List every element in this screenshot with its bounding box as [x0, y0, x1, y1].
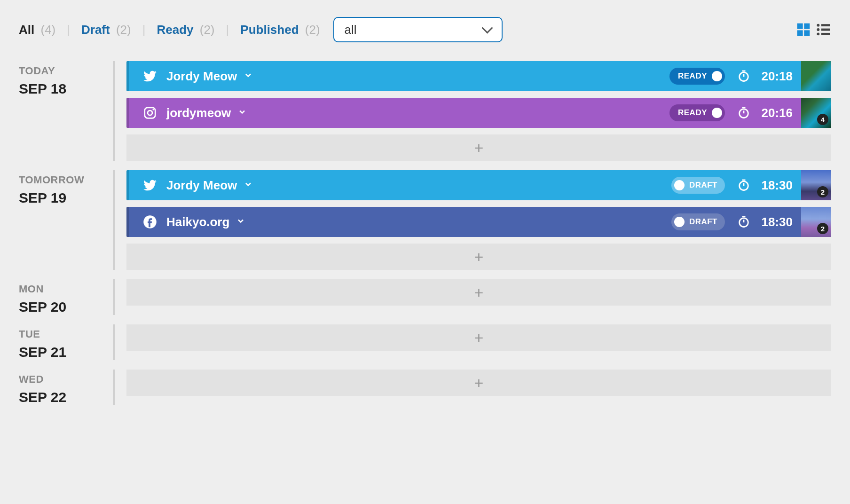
plus-icon: + [474, 330, 484, 346]
svg-rect-7 [821, 24, 830, 26]
filter-tab-label: Published [240, 23, 299, 37]
post-row[interactable]: Jordy MeowREADY20:18 [126, 61, 831, 91]
post-thumbnail[interactable] [801, 61, 831, 91]
post-row[interactable]: Jordy MeowDRAFT18:302 [126, 170, 831, 200]
filter-tab-ready[interactable]: Ready (2) [157, 23, 214, 37]
schedule-time-icon [737, 179, 750, 192]
plus-icon: + [474, 375, 484, 391]
day-divider [113, 170, 115, 270]
grid-icon [796, 22, 811, 37]
status-toggle[interactable]: READY [669, 68, 725, 85]
svg-point-23 [740, 218, 748, 227]
day-relative-label: WED [19, 373, 113, 386]
timer-icon [737, 215, 750, 228]
timer-icon [737, 179, 750, 192]
filter-tab-all[interactable]: All (4) [19, 23, 55, 37]
day-date: SEP 18 [19, 81, 113, 97]
plus-icon: + [474, 249, 484, 265]
media-count-badge: 4 [817, 114, 828, 125]
account-dropdown[interactable] [244, 180, 253, 191]
account-name: jordymeow [166, 106, 231, 120]
filter-tab-draft[interactable]: Draft (2) [81, 23, 131, 37]
day-content: + [126, 324, 831, 360]
status-toggle[interactable]: DRAFT [671, 177, 725, 194]
account-filter-select[interactable]: all [333, 17, 503, 42]
add-post-row[interactable]: + [126, 134, 831, 161]
chevron-down-icon [244, 180, 253, 189]
schedule-time: 18:30 [757, 178, 793, 193]
svg-point-5 [817, 28, 819, 31]
account-name: Jordy Meow [166, 178, 237, 193]
chevron-down-icon [244, 71, 253, 80]
add-post-row[interactable]: + [126, 279, 831, 306]
day-relative-label: TOMORROW [19, 174, 113, 186]
account-name: Jordy Meow [166, 69, 237, 84]
day-relative-label: MON [19, 283, 113, 295]
twitter-icon [143, 69, 157, 83]
post-row[interactable]: Haikyo.orgDRAFT18:302 [126, 207, 831, 237]
svg-rect-3 [804, 30, 810, 36]
post-thumbnail[interactable]: 2 [801, 170, 831, 200]
filter-tab-count: (2) [116, 23, 131, 37]
status-toggle[interactable]: READY [669, 104, 725, 121]
platform-icon [142, 177, 158, 193]
toggle-knob [674, 180, 685, 190]
day-divider [113, 61, 115, 161]
filter-divider: | [142, 23, 146, 37]
instagram-icon [143, 106, 157, 120]
list-icon [816, 22, 831, 37]
day-label: TODAYSEP 18 [19, 61, 113, 161]
toggle-knob [712, 71, 722, 81]
filter-bar: All (4) | Draft (2) | Ready (2) | Publis… [19, 17, 831, 42]
post-thumbnail[interactable]: 2 [801, 207, 831, 237]
day-label: TUESEP 21 [19, 324, 113, 360]
svg-point-15 [152, 109, 154, 110]
list-view-button[interactable] [815, 22, 831, 38]
status-label: READY [678, 108, 707, 118]
day-divider [113, 370, 115, 405]
day-relative-label: TODAY [19, 65, 113, 77]
view-toggles [795, 22, 831, 38]
status-toggle[interactable]: DRAFT [671, 213, 725, 230]
account-name: Haikyo.org [166, 215, 229, 229]
svg-point-19 [740, 181, 748, 190]
day-content: + [126, 279, 831, 315]
svg-point-6 [817, 32, 819, 35]
add-post-row[interactable]: + [126, 370, 831, 396]
account-dropdown[interactable] [244, 71, 253, 82]
facebook-icon [143, 215, 157, 229]
timer-icon [737, 106, 750, 119]
day-group: MONSEP 20+ [19, 279, 831, 315]
post-row[interactable]: jordymeowREADY20:164 [126, 98, 831, 128]
filter-tab-label: Ready [157, 23, 193, 37]
account-dropdown[interactable] [236, 216, 245, 228]
schedule-time: 20:16 [757, 106, 793, 120]
platform-icon [142, 214, 158, 230]
add-post-row[interactable]: + [126, 324, 831, 351]
twitter-icon [143, 178, 157, 192]
filter-tabs: All (4) | Draft (2) | Ready (2) | Publis… [19, 23, 320, 37]
schedule-time-icon [737, 70, 750, 83]
day-label: MONSEP 20 [19, 279, 113, 315]
grid-view-button[interactable] [795, 22, 811, 38]
filter-divider: | [226, 23, 229, 37]
day-group: TUESEP 21+ [19, 324, 831, 360]
svg-point-4 [817, 24, 819, 27]
platform-icon [142, 68, 158, 84]
schedule-time-icon [737, 215, 750, 228]
media-count-badge: 2 [817, 223, 828, 234]
svg-point-14 [148, 110, 152, 115]
filter-tab-published[interactable]: Published (2) [240, 23, 320, 37]
day-date: SEP 19 [19, 190, 113, 206]
status-label: READY [678, 71, 707, 81]
account-dropdown[interactable] [237, 107, 247, 118]
post-thumbnail[interactable]: 4 [801, 98, 831, 128]
day-divider [113, 324, 115, 360]
timer-icon [737, 70, 750, 83]
day-date: SEP 20 [19, 299, 113, 315]
add-post-row[interactable]: + [126, 244, 831, 270]
account-filter-select-wrap: all [333, 17, 503, 42]
day-group: WEDSEP 22+ [19, 370, 831, 405]
svg-rect-8 [821, 29, 830, 31]
filter-tab-count: (4) [40, 23, 55, 37]
